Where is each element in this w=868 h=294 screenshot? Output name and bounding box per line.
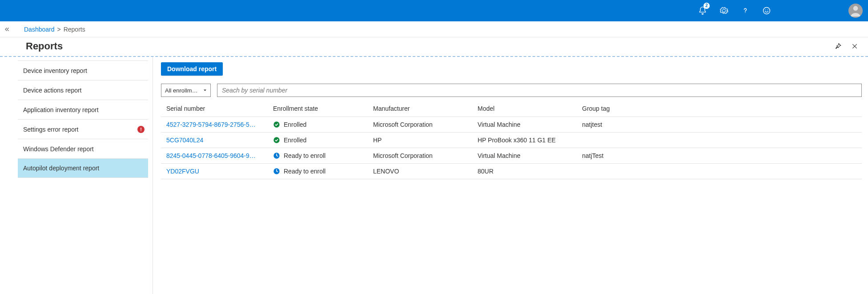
- breadcrumb-current: Reports: [64, 26, 85, 33]
- page-title: Reports: [26, 40, 63, 52]
- cell-model: HP ProBook x360 11 G1 EE: [472, 133, 577, 148]
- col-header-manufacturer[interactable]: Manufacturer: [368, 101, 472, 117]
- cell-group-tag: natjTest: [577, 148, 862, 164]
- chevron-down-icon: [202, 88, 208, 93]
- clock-circle-icon: [273, 168, 280, 175]
- page-header: Reports: [0, 37, 868, 57]
- state-label: Enrolled: [284, 121, 306, 128]
- gear-icon: [719, 6, 728, 15]
- table-row[interactable]: 8245-0445-0778-6405-9604-9…Ready to enro…: [161, 148, 862, 164]
- col-header-group-tag[interactable]: Group tag: [577, 101, 862, 117]
- sidebar-item-autopilot-deployment-report[interactable]: Autopilot deployment report: [18, 158, 148, 178]
- table-row[interactable]: YD02FVGUReady to enrollLENOVO80UR: [161, 164, 862, 179]
- breadcrumb: Dashboard > Reports: [24, 26, 85, 33]
- serial-link[interactable]: 8245-0445-0778-6405-9604-9…: [166, 152, 256, 159]
- state-label: Ready to enroll: [284, 152, 326, 159]
- check-circle-icon: [273, 121, 280, 128]
- col-header-serial[interactable]: Serial number: [161, 101, 268, 117]
- svg-point-1: [765, 10, 766, 11]
- question-icon: [741, 6, 750, 15]
- page-header-actions: [832, 40, 861, 52]
- serial-link[interactable]: 4527-3279-5794-8679-2756-5…: [166, 121, 256, 128]
- cell-group-tag: natjtest: [577, 117, 862, 133]
- cell-manufacturer: LENOVO: [368, 164, 472, 179]
- breadcrumb-separator: >: [57, 26, 61, 33]
- sidebar-item-device-actions-report[interactable]: Device actions report: [18, 80, 148, 100]
- cell-model: Virtual Machine: [472, 148, 577, 164]
- col-header-state[interactable]: Enrollment state: [268, 101, 368, 117]
- close-icon: [851, 43, 858, 50]
- table-row[interactable]: 4527-3279-5794-8679-2756-5…EnrolledMicro…: [161, 117, 862, 133]
- state-label: Ready to enroll: [284, 168, 326, 175]
- sidebar-item-label: Settings error report: [23, 126, 79, 133]
- state-label: Enrolled: [284, 137, 306, 144]
- clock-circle-icon: [273, 152, 280, 159]
- svg-point-0: [764, 8, 770, 14]
- help-button[interactable]: [735, 0, 756, 21]
- serial-search-input[interactable]: [217, 84, 862, 97]
- cell-state: Enrolled: [268, 117, 368, 133]
- sidebar-item-label: Application inventory report: [23, 106, 99, 113]
- smiley-icon: [762, 6, 771, 15]
- sidebar-item-label: Windows Defender report: [23, 145, 94, 153]
- cell-serial: 5CG7040L24: [161, 133, 268, 148]
- user-avatar[interactable]: [848, 4, 863, 18]
- main-content: Device inventory reportDevice actions re…: [0, 57, 868, 294]
- report-detail-pane: Download report All enrollm… Serial numb…: [153, 57, 868, 294]
- collapse-nav-button[interactable]: [2, 24, 12, 35]
- cell-manufacturer: Microsoft Corporation: [368, 117, 472, 133]
- sidebar-item-windows-defender-report[interactable]: Windows Defender report: [18, 139, 148, 158]
- serial-link[interactable]: YD02FVGU: [166, 168, 199, 175]
- sidebar-item-label: Autopilot deployment report: [23, 165, 99, 172]
- pin-button[interactable]: [832, 40, 844, 52]
- chevron-double-left-icon: [4, 26, 10, 32]
- sidebar-item-application-inventory-report[interactable]: Application inventory report: [18, 100, 148, 119]
- close-button[interactable]: [848, 40, 861, 52]
- download-report-button[interactable]: Download report: [161, 62, 223, 76]
- settings-button[interactable]: [713, 0, 735, 21]
- cell-state: Enrolled: [268, 133, 368, 148]
- feedback-button[interactable]: [756, 0, 777, 21]
- devices-table: Serial number Enrollment state Manufactu…: [161, 101, 862, 179]
- reports-sidebar: Device inventory reportDevice actions re…: [0, 57, 153, 294]
- person-icon: [848, 4, 863, 18]
- cell-manufacturer: Microsoft Corporation: [368, 148, 472, 164]
- breadcrumb-dashboard-link[interactable]: Dashboard: [24, 26, 55, 33]
- cell-group-tag: [577, 133, 862, 148]
- top-bar: 2: [0, 0, 868, 21]
- cell-state: Ready to enroll: [268, 148, 368, 164]
- table-header-row: Serial number Enrollment state Manufactu…: [161, 101, 862, 117]
- serial-link[interactable]: 5CG7040L24: [166, 137, 203, 144]
- cell-state: Ready to enroll: [268, 164, 368, 179]
- cell-model: 80UR: [472, 164, 577, 179]
- breadcrumb-bar: Dashboard > Reports: [0, 21, 868, 37]
- check-circle-icon: [273, 137, 280, 144]
- table-row[interactable]: 5CG7040L24EnrolledHPHP ProBook x360 11 G…: [161, 133, 862, 148]
- error-icon: !: [137, 126, 145, 133]
- cell-serial: 4527-3279-5794-8679-2756-5…: [161, 117, 268, 133]
- sidebar-item-label: Device actions report: [23, 87, 82, 94]
- pin-icon: [834, 42, 842, 50]
- sidebar-item-settings-error-report[interactable]: Settings error report!: [18, 119, 148, 139]
- filter-row: All enrollm…: [161, 84, 862, 97]
- cell-model: Virtual Machine: [472, 117, 577, 133]
- sidebar-item-label: Device inventory report: [23, 67, 87, 74]
- enrollment-filter-value: All enrollm…: [165, 87, 198, 94]
- sidebar-item-device-inventory-report[interactable]: Device inventory report: [18, 60, 148, 80]
- svg-point-2: [768, 10, 768, 11]
- cell-group-tag: [577, 164, 862, 179]
- notifications-button[interactable]: 2: [692, 0, 713, 21]
- cell-manufacturer: HP: [368, 133, 472, 148]
- cell-serial: YD02FVGU: [161, 164, 268, 179]
- svg-point-3: [853, 6, 858, 11]
- cell-serial: 8245-0445-0778-6405-9604-9…: [161, 148, 268, 164]
- notification-badge: 2: [703, 3, 710, 9]
- col-header-model[interactable]: Model: [472, 101, 577, 117]
- enrollment-filter-select[interactable]: All enrollm…: [161, 84, 211, 97]
